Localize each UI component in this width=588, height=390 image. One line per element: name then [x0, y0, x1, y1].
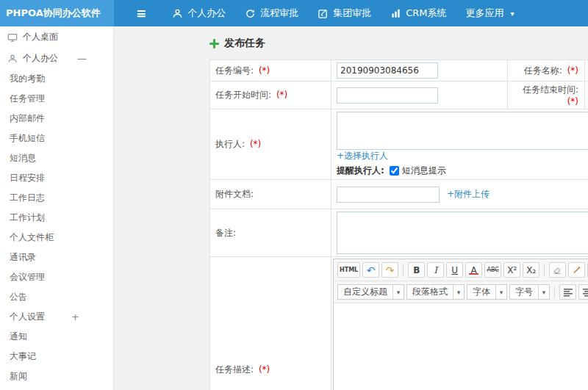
expand-plus-icon[interactable]: +	[71, 312, 79, 322]
rich-text-editor: HTML ↶ ↷ B I U A ABC X² X₂	[333, 259, 588, 390]
form-row-remark: 备注:	[210, 209, 588, 257]
sidebar-item-short-message[interactable]: 短消息	[0, 148, 113, 168]
paint-brush-icon	[572, 265, 581, 275]
eraser-button[interactable]	[549, 262, 566, 278]
sidebar-section-personal-office[interactable]: 个人办公 —	[0, 48, 113, 69]
end-time-field-cell	[585, 82, 588, 109]
chevron-down-icon: ▾	[538, 285, 549, 299]
align-left-button[interactable]	[559, 284, 576, 300]
sidebar-item-label: 手机短信	[10, 132, 113, 145]
redo-icon[interactable]: ↷	[381, 262, 398, 278]
start-time-input[interactable]	[337, 87, 438, 104]
task-number-label: 任务编号:	[215, 65, 254, 76]
nav-process-approval[interactable]: 流程审批	[235, 0, 308, 26]
editor-content-area[interactable]	[334, 303, 588, 390]
sidebar-item-address-book[interactable]: 通讯录	[0, 248, 113, 267]
attachment-label: 附件文档:	[215, 189, 254, 199]
sidebar-item-notice[interactable]: 通知	[0, 327, 113, 347]
sidebar-item-personal-settings[interactable]: 个人设置 +	[0, 307, 113, 327]
align-center-button[interactable]	[578, 284, 588, 300]
font-family-select[interactable]: 字体 ▾	[467, 284, 507, 300]
underline-button[interactable]: U	[446, 262, 463, 278]
chevron-down-icon: ▾	[495, 285, 506, 299]
desktop-icon	[7, 32, 18, 43]
hamburger-menu-icon[interactable]: ≡	[136, 7, 146, 20]
remark-textarea[interactable]	[337, 212, 588, 254]
sidebar-item-label: 工作计划	[10, 212, 113, 224]
page-title-text: 发布任务	[224, 37, 265, 50]
sidebar-item-internal-mail[interactable]: 内部邮件	[0, 109, 113, 129]
font-style-button[interactable]: A	[465, 262, 482, 278]
sms-remind-checkbox[interactable]	[390, 166, 399, 176]
custom-title-select[interactable]: 自定义标题 ▾	[337, 284, 404, 300]
sidebar-item-label: 会议管理	[10, 271, 113, 284]
publish-task-form-area: 发布任务 任务编号: (*) 任务名称: (*)	[209, 37, 588, 390]
required-mark: (*)	[259, 65, 270, 76]
bold-button[interactable]: B	[408, 262, 425, 278]
sidebar-item-news[interactable]: 新闻	[0, 366, 113, 386]
chevron-down-icon: ▾	[453, 285, 464, 299]
task-name-label-cell: 任务名称: (*)	[508, 60, 585, 82]
start-time-label: 任务开始时间:	[215, 90, 271, 100]
start-time-field-cell	[331, 82, 508, 109]
sidebar-item-work-log[interactable]: 工作日志	[0, 188, 113, 208]
sidebar-item-task-management[interactable]: 任务管理	[0, 89, 113, 109]
description-editor-cell: HTML ↶ ↷ B I U A ABC X² X₂	[331, 257, 588, 390]
attachment-upload-link[interactable]: +附件上传	[447, 188, 490, 201]
sidebar-item-milestones[interactable]: 大事记	[0, 347, 113, 366]
attachment-input[interactable]	[337, 187, 440, 203]
strikethrough-button[interactable]: ABC	[484, 262, 501, 278]
form-row-description: 任务描述: (*) HTML ↶ ↷ B I U A	[210, 257, 588, 390]
html-source-button[interactable]: HTML	[337, 262, 360, 278]
task-number-field-cell	[331, 60, 508, 82]
editor-toolbar-row-2: 自定义标题 ▾ 段落格式 ▾ 字体 ▾	[334, 281, 588, 303]
remind-executor-row: 提醒执行人: 短消息提示	[337, 165, 588, 177]
subscript-button[interactable]: X₂	[523, 262, 539, 278]
nav-label: CRM系统	[406, 7, 446, 20]
font-size-select[interactable]: 字号 ▾	[509, 284, 550, 300]
undo-icon[interactable]: ↶	[362, 262, 379, 278]
sidebar: 个人桌面 个人办公 — 我的考勤 任务管理 内部邮件 手机短信 短消息 日程安排…	[0, 26, 114, 390]
paragraph-format-select[interactable]: 段落格式 ▾	[406, 284, 465, 300]
toolbar-separator	[403, 264, 404, 276]
nav-group-approval[interactable]: 集团审批	[308, 0, 381, 26]
remark-label-cell: 备注:	[210, 209, 331, 257]
sidebar-item-mobile-sms[interactable]: 手机短信	[0, 129, 113, 148]
superscript-button[interactable]: X²	[503, 262, 520, 278]
sidebar-item-meeting-management[interactable]: 会议管理	[0, 267, 113, 287]
sidebar-item-label: 我的考勤	[10, 73, 113, 85]
sidebar-item-file-cabinet[interactable]: 个人文件柜	[0, 228, 113, 248]
nav-label: 个人办公	[187, 7, 226, 20]
sidebar-item-desktop[interactable]: 个人桌面	[0, 26, 113, 48]
task-name-label: 任务名称:	[524, 65, 562, 76]
nav-crm-system[interactable]: CRM系统	[381, 0, 456, 26]
sidebar-item-label: 短消息	[10, 152, 113, 165]
sidebar-item-schedule[interactable]: 日程安排	[0, 168, 113, 188]
format-painter-button[interactable]	[568, 262, 585, 278]
sidebar-item-work-plan[interactable]: 工作计划	[0, 208, 113, 228]
paragraph-format-select-value: 段落格式	[407, 286, 453, 298]
sidebar-item-announcement[interactable]: 公告	[0, 287, 113, 307]
sidebar-item-label: 公告	[10, 291, 113, 303]
nav-personal-office[interactable]: 个人办公	[162, 0, 235, 26]
nav-label: 流程审批	[260, 7, 298, 20]
align-center-icon	[582, 288, 588, 297]
nav-label: 集团审批	[333, 7, 371, 20]
executor-textarea[interactable]	[337, 112, 588, 150]
italic-button[interactable]: I	[427, 262, 444, 278]
font-size-select-value: 字号	[510, 286, 538, 298]
eraser-icon	[553, 265, 562, 275]
form-row-task-number: 任务编号: (*) 任务名称: (*)	[210, 60, 588, 82]
sidebar-item-label: 工作日志	[10, 192, 113, 204]
sidebar-item-my-attendance[interactable]: 我的考勤	[0, 69, 113, 89]
nav-more-apps[interactable]: 更多应用 ▾	[456, 0, 524, 26]
task-name-field-cell	[585, 60, 588, 82]
collapse-minus-icon[interactable]: —	[77, 54, 87, 63]
select-executor-link[interactable]: +选择执行人	[337, 151, 388, 161]
publish-task-form: 任务编号: (*) 任务名称: (*) 任务开始时间: (*)	[209, 59, 588, 390]
app-logo: PHPOA协同办公软件	[0, 0, 114, 26]
task-number-input[interactable]	[337, 62, 438, 79]
topbar: PHPOA协同办公软件 ≡ 个人办公 流程审批 集团审批 CRM系统 更多应用 …	[0, 0, 588, 26]
page-title: 发布任务	[209, 37, 588, 50]
required-mark: (*)	[567, 65, 578, 76]
